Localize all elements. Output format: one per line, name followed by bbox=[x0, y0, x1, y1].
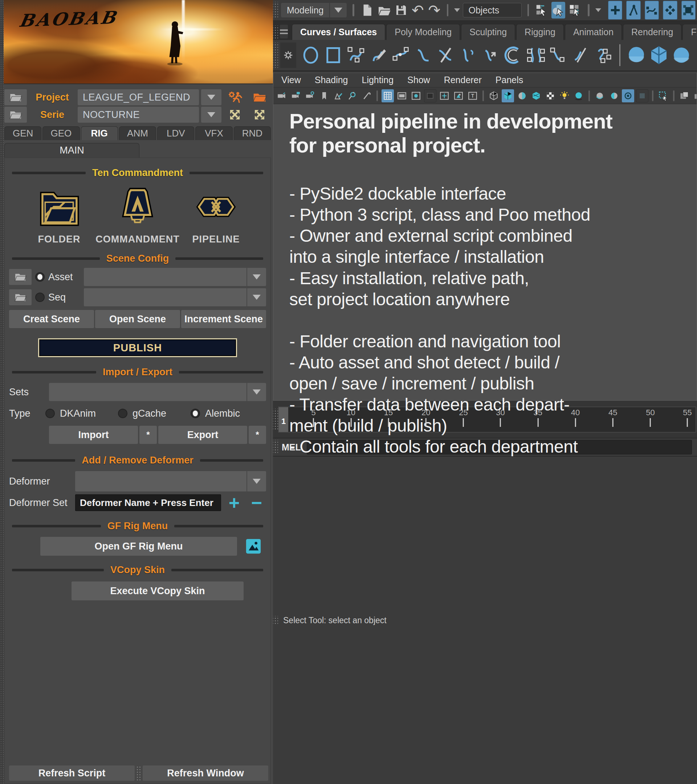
redo-button[interactable]: ↷ bbox=[427, 2, 441, 18]
select-object-button[interactable] bbox=[552, 2, 565, 18]
safe-title-button[interactable]: T bbox=[466, 89, 479, 102]
increment-scene-button[interactable]: Increment Scene bbox=[181, 310, 266, 328]
help-line-drag-handle[interactable] bbox=[273, 616, 278, 625]
selection-mask-field[interactable]: Objects bbox=[463, 3, 521, 17]
folder-tool[interactable]: FOLDER bbox=[21, 184, 98, 245]
import-button[interactable]: Import bbox=[49, 426, 138, 444]
grid-toggle-button[interactable] bbox=[382, 89, 394, 102]
extend-curve-tool[interactable] bbox=[571, 45, 591, 65]
timeline-drag-handle[interactable] bbox=[273, 409, 278, 430]
add-deformer-button[interactable]: + bbox=[225, 494, 244, 511]
nurbs-circle-tool[interactable] bbox=[301, 45, 321, 65]
camera-attributes-button[interactable] bbox=[304, 89, 316, 102]
film-gate-button[interactable] bbox=[396, 89, 408, 102]
expand-button-2[interactable] bbox=[248, 107, 271, 123]
open-gf-rig-menu-button[interactable]: Open GF Rig Menu bbox=[40, 537, 237, 556]
create-scene-button[interactable]: Creat Scene bbox=[9, 310, 94, 328]
motion-blur-button[interactable] bbox=[608, 89, 620, 102]
tab-anm[interactable]: ANM bbox=[119, 126, 156, 140]
tab-gen[interactable]: GEN bbox=[4, 126, 41, 140]
tab-ldv[interactable]: LDV bbox=[157, 126, 194, 140]
occlusion-button[interactable] bbox=[593, 89, 606, 102]
splitter-handle[interactable] bbox=[136, 766, 141, 781]
isolate-select-button[interactable] bbox=[657, 89, 669, 102]
menuset-dropdown[interactable]: Modeling bbox=[281, 3, 347, 17]
sets-select[interactable] bbox=[49, 383, 266, 401]
shelf-tab-rendering[interactable]: Rendering bbox=[623, 24, 681, 40]
serie-select[interactable]: NOCTURNE bbox=[78, 107, 199, 123]
remove-deformer-button[interactable]: − bbox=[247, 494, 266, 511]
project-folder-button[interactable] bbox=[4, 89, 27, 105]
type-option-alembic[interactable]: Alembic bbox=[191, 408, 263, 419]
gcache-radio[interactable] bbox=[118, 409, 127, 418]
menu-panels[interactable]: Panels bbox=[496, 75, 523, 85]
project-dropdown-arrow[interactable] bbox=[201, 89, 221, 105]
make-live-button[interactable] bbox=[681, 1, 695, 20]
asset-dropdown-arrow[interactable] bbox=[247, 268, 266, 286]
seq-select[interactable] bbox=[84, 288, 266, 306]
flat-shade-button[interactable] bbox=[516, 89, 528, 102]
exposure-button[interactable] bbox=[636, 89, 648, 102]
pan-zoom-button[interactable] bbox=[346, 89, 359, 102]
deformer-name-input[interactable] bbox=[75, 494, 221, 511]
dkanim-radio[interactable] bbox=[45, 409, 55, 418]
import-options-button[interactable]: * bbox=[139, 426, 157, 444]
snap-to-grids-button[interactable] bbox=[608, 1, 622, 20]
menu-renderer[interactable]: Renderer bbox=[444, 75, 482, 85]
deformer-dropdown-arrow[interactable] bbox=[247, 471, 266, 491]
nurbs-cube-tool[interactable] bbox=[649, 45, 669, 65]
commandment-tool[interactable]: COMMANDMENT bbox=[99, 184, 176, 245]
current-frame-indicator[interactable]: 1 bbox=[279, 407, 288, 432]
new-scene-button[interactable] bbox=[360, 2, 374, 18]
seq-radio[interactable] bbox=[35, 293, 44, 302]
toolbar-drag-handle[interactable] bbox=[273, 2, 278, 18]
save-scene-button[interactable] bbox=[394, 2, 408, 18]
shelf-tab-sculpting[interactable]: Sculpting bbox=[461, 24, 515, 40]
attach-curve-tool[interactable] bbox=[458, 45, 478, 65]
time-slider[interactable]: 1 5 10 15 20 25 30 35 40 45 50 55 bbox=[278, 407, 696, 433]
snap-to-projected-center-button[interactable] bbox=[663, 1, 677, 20]
refresh-script-button[interactable]: Refresh Script bbox=[9, 766, 135, 781]
tab-main[interactable]: MAIN bbox=[4, 143, 139, 158]
panel-dock-handle[interactable] bbox=[0, 0, 3, 784]
textured-button[interactable] bbox=[530, 89, 542, 102]
bezier-curve-tool[interactable] bbox=[413, 45, 433, 65]
undo-button[interactable]: ↶ bbox=[411, 2, 425, 18]
smooth-shade-button[interactable] bbox=[502, 89, 514, 102]
snap-to-points-button[interactable] bbox=[645, 1, 659, 20]
open-scene-button-maya[interactable] bbox=[377, 2, 391, 18]
export-options-button[interactable]: * bbox=[249, 426, 266, 444]
lighting-button[interactable] bbox=[558, 89, 571, 102]
deformer-select[interactable] bbox=[75, 471, 266, 491]
seq-dropdown-arrow[interactable] bbox=[247, 288, 266, 306]
open-close-curve-tool[interactable] bbox=[503, 45, 524, 65]
tab-vfx[interactable]: VFX bbox=[195, 126, 232, 140]
open-scene-button[interactable]: Open Scene bbox=[95, 310, 180, 328]
separator[interactable] bbox=[588, 4, 590, 16]
multisample-button[interactable] bbox=[622, 89, 634, 102]
ep-curve-tool[interactable] bbox=[346, 45, 366, 65]
shelf-editor-button[interactable] bbox=[280, 43, 296, 68]
project-open-folder-button[interactable] bbox=[248, 89, 271, 105]
menu-shading[interactable]: Shading bbox=[315, 75, 348, 85]
nurbs-square-tool[interactable] bbox=[323, 45, 343, 65]
project-select[interactable]: LEAGUE_OF_LEGEND bbox=[78, 89, 199, 105]
menu-view[interactable]: View bbox=[281, 75, 301, 85]
field-chart-button[interactable] bbox=[438, 89, 450, 102]
project-run-button[interactable] bbox=[224, 89, 246, 105]
shadows-button[interactable] bbox=[572, 89, 585, 102]
separator[interactable] bbox=[353, 4, 354, 16]
safe-action-button[interactable] bbox=[452, 89, 465, 102]
snap-to-curves-button[interactable] bbox=[626, 1, 640, 20]
rebuild-curve-tool[interactable] bbox=[593, 45, 613, 65]
execute-vcopy-skin-button[interactable]: Execute VCopy Skin bbox=[71, 581, 244, 600]
insert-knot-tool[interactable] bbox=[548, 45, 568, 65]
tab-rnd[interactable]: RND bbox=[234, 126, 271, 140]
chevron-down-icon[interactable] bbox=[595, 8, 601, 12]
nurbs-cylinder-tool[interactable] bbox=[671, 45, 692, 65]
tab-rig[interactable]: RIG bbox=[81, 126, 118, 140]
shelf-drag-handle[interactable] bbox=[273, 25, 278, 40]
pane-layout-two-button[interactable] bbox=[692, 89, 697, 102]
pick-walk-button[interactable] bbox=[361, 89, 373, 102]
tab-geo[interactable]: GEO bbox=[43, 126, 79, 140]
